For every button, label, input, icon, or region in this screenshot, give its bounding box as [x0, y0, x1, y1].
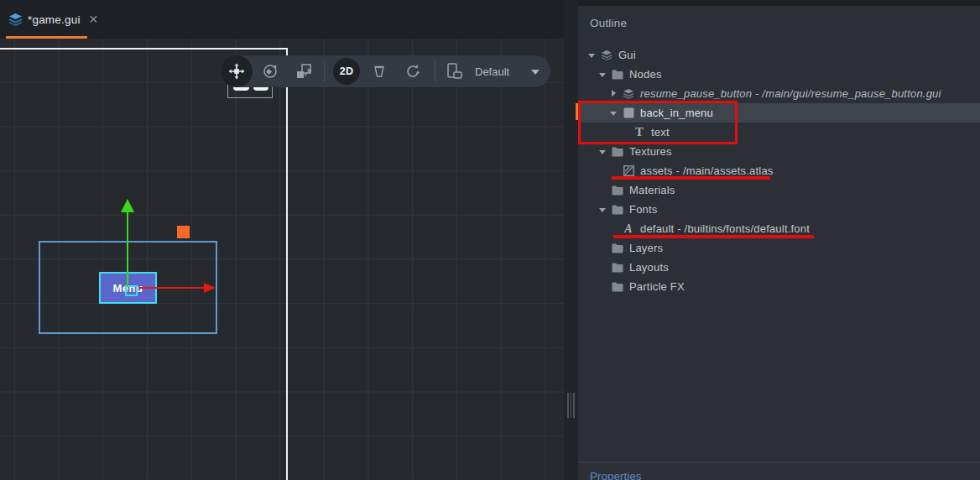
outline-item-assets[interactable]: assets - /main/assets.atlas: [578, 161, 980, 180]
outline-item-default[interactable]: A default - /builtins/fonts/default.font: [578, 219, 980, 238]
tab-title: *game.gui: [28, 13, 81, 26]
toolbar-separator: [435, 60, 435, 82]
folder-icon: [611, 184, 624, 197]
outline-item-layouts[interactable]: Layouts: [578, 258, 980, 277]
outline-item-particle[interactable]: Particle FX: [578, 277, 980, 296]
scale-tool-button[interactable]: [294, 61, 314, 81]
gui-scene-canvas[interactable]: Menu: [0, 39, 564, 480]
box-node-icon: [622, 107, 635, 120]
outline-item-gui[interactable]: Gui: [578, 45, 980, 65]
y-axis-arrow[interactable]: [127, 211, 128, 287]
properties-panel-title: Properties: [590, 470, 642, 480]
expander-icon: [599, 263, 607, 272]
rotate-tool-button[interactable]: [260, 61, 280, 81]
expander-icon[interactable]: [610, 90, 618, 98]
outline-item-textures[interactable]: Textures: [578, 142, 980, 161]
layout-selector-value: Default: [475, 65, 509, 78]
move-plane-handle[interactable]: [177, 226, 190, 238]
gui-layers-icon: [622, 87, 635, 101]
x-axis-arrow[interactable]: [139, 287, 204, 289]
move-tool-button[interactable]: [221, 55, 253, 87]
editor-tab-bar: *game.gui ✕: [0, 0, 564, 39]
font-icon: A: [622, 222, 635, 236]
toolbar-separator: [324, 60, 325, 82]
outline-item-layers[interactable]: Layers: [578, 238, 980, 258]
outline-panel: Outline Gui Nodes resume_pause_button - …: [578, 0, 980, 480]
splitter-grip-icon: [567, 393, 575, 418]
x-axis-arrowhead-icon: [204, 283, 216, 293]
frustum-icon: [370, 62, 388, 81]
expander-icon: [621, 128, 629, 137]
frame-view-button[interactable]: [403, 61, 423, 81]
scene-editor-pane: *game.gui ✕ Menu: [0, 0, 564, 480]
device-layout-icon[interactable]: [444, 61, 466, 81]
expander-icon[interactable]: [599, 206, 607, 214]
rotate-icon: [261, 62, 279, 81]
expander-icon[interactable]: [599, 70, 607, 79]
expander-icon: [599, 186, 607, 195]
folder-icon: [611, 145, 624, 159]
outline-item-text[interactable]: T text: [578, 123, 980, 142]
expander-icon[interactable]: [588, 51, 597, 60]
text-node-icon: T: [633, 126, 646, 139]
folder-icon: [611, 261, 624, 274]
expander-icon[interactable]: [599, 148, 607, 156]
tab-close-icon[interactable]: ✕: [89, 13, 99, 26]
gui-layers-icon: [600, 49, 613, 62]
refresh-icon: [404, 62, 422, 81]
panel-top-strip: [578, 0, 980, 6]
outline-tree: Gui Nodes resume_pause_button - /main/gu…: [578, 45, 980, 296]
expander-icon: [610, 167, 618, 175]
expander-icon: [610, 225, 618, 233]
panel-divider: [578, 462, 980, 463]
folder-icon: [611, 203, 624, 217]
y-axis-arrowhead-icon: [121, 199, 134, 212]
2d-mode-label: 2D: [340, 65, 354, 77]
outline-item-fonts[interactable]: Fonts: [578, 200, 980, 219]
expander-icon: [599, 283, 607, 291]
chevron-down-icon[interactable]: [531, 70, 540, 75]
gui-layers-icon: [8, 13, 23, 26]
expander-icon: [599, 244, 607, 253]
scale-icon: [295, 62, 313, 81]
outline-item-nodes[interactable]: Nodes: [578, 65, 980, 84]
expander-icon[interactable]: [610, 109, 618, 117]
outline-item-resume_pause_button[interactable]: resume_pause_button - /main/gui/resume_p…: [578, 84, 980, 103]
panel-splitter[interactable]: [564, 0, 578, 480]
atlas-icon: [622, 164, 635, 178]
layout-selector[interactable]: Default: [475, 55, 509, 87]
outline-item-materials[interactable]: Materials: [578, 180, 980, 200]
defold-editor-window: *game.gui ✕ Menu: [0, 0, 980, 480]
perspective-camera-button[interactable]: [369, 61, 389, 81]
scene-toolbar: 2D: [221, 55, 550, 87]
outline-panel-title: Outline: [590, 17, 627, 29]
folder-icon: [611, 242, 624, 255]
2d-mode-button[interactable]: 2D: [333, 58, 360, 85]
move-icon: [228, 63, 245, 80]
folder-icon: [611, 280, 624, 294]
folder-icon: [611, 68, 624, 81]
outline-item-back_in_menu[interactable]: back_in_menu: [578, 103, 980, 123]
tab-game-gui[interactable]: *game.gui ✕: [0, 0, 98, 39]
